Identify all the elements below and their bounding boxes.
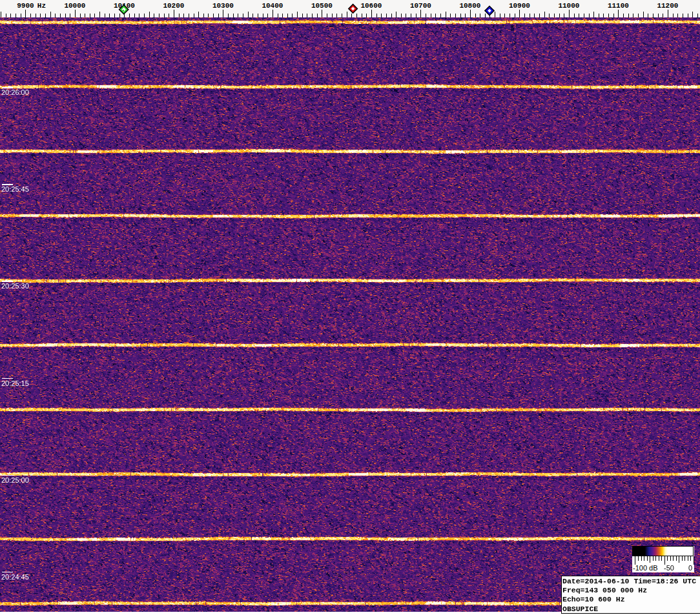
svg-text:10300: 10300 (212, 2, 234, 10)
svg-text:10400: 10400 (262, 2, 283, 10)
svg-text:10500: 10500 (311, 2, 333, 10)
svg-text:9900: 9900 (17, 2, 34, 10)
svg-text:Hz: Hz (37, 2, 46, 10)
svg-text:10600: 10600 (360, 2, 382, 10)
svg-text:10700: 10700 (410, 2, 431, 10)
svg-text:10900: 10900 (509, 2, 530, 10)
svg-text:10000: 10000 (64, 2, 85, 10)
svg-text:10800: 10800 (459, 2, 480, 10)
svg-text:10200: 10200 (163, 2, 184, 10)
svg-text:11200: 11200 (657, 2, 678, 10)
svg-text:11100: 11100 (608, 2, 629, 10)
svg-text:11000: 11000 (558, 2, 579, 10)
